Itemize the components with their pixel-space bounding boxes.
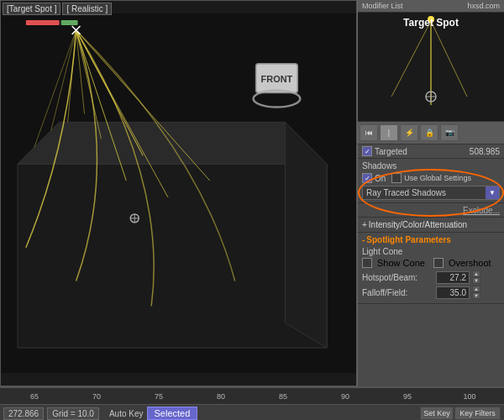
icon-toolbar: ⏮ | ⚡ 🔒 📷 — [358, 122, 504, 144]
status-row: 272.866 Grid = 10.0 Auto Key Selected Se… — [0, 405, 504, 420]
nav-buttons: Set Key Key Filters — [420, 407, 501, 420]
svg-marker-4 — [18, 122, 327, 164]
minus-icon: - — [362, 235, 365, 244]
tl-80: 80 — [190, 392, 252, 401]
preview-svg — [358, 13, 504, 122]
intensity-section: + Intensity/Color/Attenuation — [358, 218, 504, 233]
icon-btn-lock[interactable]: 🔒 — [420, 124, 438, 141]
svg-marker-3 — [18, 164, 327, 348]
targeted-value: 508.985 — [470, 147, 500, 156]
on-label: On — [375, 174, 386, 183]
shadows-options-row: On Use Global Settings — [362, 173, 500, 183]
on-checkbox[interactable] — [362, 173, 372, 183]
falloff-row: Falloff/Field: ▲ ▼ — [362, 286, 500, 299]
hotspot-row: Hotspot/Beam: ▲ ▼ — [362, 270, 500, 284]
shadows-section: Shadows On Use Global Settings Ray Trace… — [358, 159, 504, 203]
hotspot-input[interactable] — [436, 271, 470, 284]
viewport[interactable]: [Target Spot ] [ Realistic ] — [0, 0, 357, 386]
global-settings-checkbox[interactable] — [391, 173, 402, 183]
tl-75: 75 — [128, 392, 190, 401]
spotlight-section: - Spotlight Parameters Light Cone Show C… — [358, 233, 504, 304]
icon-btn-pipe[interactable]: | — [380, 124, 398, 141]
right-panel: Modifier List hxsd.com Target Spot — [357, 0, 504, 386]
tl-70: 70 — [66, 392, 128, 401]
ray-traced-label: Ray Traced Shadows — [366, 188, 446, 197]
spotlight-header[interactable]: - Spotlight Parameters — [362, 235, 500, 244]
show-cone-label: Show Cone — [377, 258, 425, 268]
auto-key-label: Auto Key — [109, 409, 144, 418]
hotspot-up[interactable]: ▲ — [472, 270, 480, 277]
targeted-label: Targeted — [375, 147, 407, 156]
selected-badge: Selected — [147, 407, 198, 420]
tl-90: 90 — [314, 392, 376, 401]
hxsd-label: hxsd.com — [467, 2, 500, 10]
falloff-up[interactable]: ▲ — [472, 286, 480, 292]
tl-65: 65 — [3, 392, 66, 401]
spotlight-label: Spotlight Parameters — [366, 235, 451, 244]
use-global-label: Use Global Settings — [404, 174, 471, 182]
position-display: 272.866 — [3, 407, 44, 420]
viewport-overlay: [Target Spot ] [ Realistic ] — [1, 1, 356, 17]
nav-key-filters[interactable]: Key Filters — [454, 407, 501, 420]
tl-95: 95 — [376, 392, 438, 401]
icon-btn-cam[interactable]: 📷 — [440, 124, 459, 141]
show-cone-row: Show Cone Overshoot — [362, 258, 500, 268]
svg-rect-1 — [26, 20, 60, 25]
overshoot-checkbox[interactable] — [433, 258, 444, 268]
icon-btn-prev[interactable]: ⏮ — [360, 124, 378, 141]
hotspot-spinners: ▲ ▼ — [472, 270, 480, 284]
viewport-label-render[interactable]: [ Realistic ] — [62, 3, 112, 15]
exclude-row: Exclude... — [358, 203, 504, 218]
nav-set-key[interactable]: Set Key — [420, 407, 454, 420]
falloff-spinners: ▲ ▼ — [472, 286, 480, 299]
ray-traced-dropdown[interactable]: Ray Traced Shadows ▼ — [362, 186, 500, 200]
shadows-title: Shadows — [362, 161, 500, 171]
falloff-down[interactable]: ▼ — [472, 292, 480, 299]
show-cone-checkbox[interactable] — [362, 258, 372, 268]
falloff-input[interactable] — [436, 286, 470, 299]
hotspot-down[interactable]: ▼ — [472, 277, 480, 284]
targeted-checkbox[interactable] — [362, 146, 372, 156]
falloff-label: Falloff/Field: — [362, 288, 433, 297]
intensity-header[interactable]: + Intensity/Color/Attenuation — [362, 220, 500, 229]
timeline-numbers-row: 65 70 75 80 85 90 95 100 — [0, 388, 504, 405]
tl-85: 85 — [252, 392, 314, 401]
exclude-link[interactable]: Exclude... — [463, 206, 500, 215]
svg-rect-2 — [61, 20, 78, 25]
icon-btn-bolt[interactable]: ⚡ — [400, 124, 418, 141]
scene-svg: FRONT — [1, 1, 356, 386]
plus-icon: + — [362, 220, 367, 229]
viewport-label-mode[interactable]: [Target Spot ] — [3, 3, 60, 15]
preview-area: Target Spot — [358, 13, 504, 122]
svg-text:FRONT: FRONT — [261, 74, 293, 84]
bottom-status: 65 70 75 80 85 90 95 100 272.866 Grid = … — [0, 386, 504, 420]
main-container: [Target Spot ] [ Realistic ] — [0, 0, 504, 420]
modifier-list-label: Modifier List — [362, 2, 403, 10]
intensity-label: Intensity/Color/Attenuation — [369, 220, 467, 229]
preview-title: Target Spot — [403, 17, 459, 29]
light-cone-label: Light Cone — [362, 247, 500, 256]
grid-display: Grid = 10.0 — [47, 407, 99, 420]
overshoot-label: Overshoot — [449, 258, 491, 268]
tl-100: 100 — [438, 392, 501, 401]
targeted-row: Targeted 508.985 — [358, 144, 504, 159]
hotspot-label: Hotspot/Beam: — [362, 273, 433, 282]
top-area: [Target Spot ] [ Realistic ] — [0, 0, 504, 386]
dropdown-arrow: ▼ — [486, 186, 499, 199]
